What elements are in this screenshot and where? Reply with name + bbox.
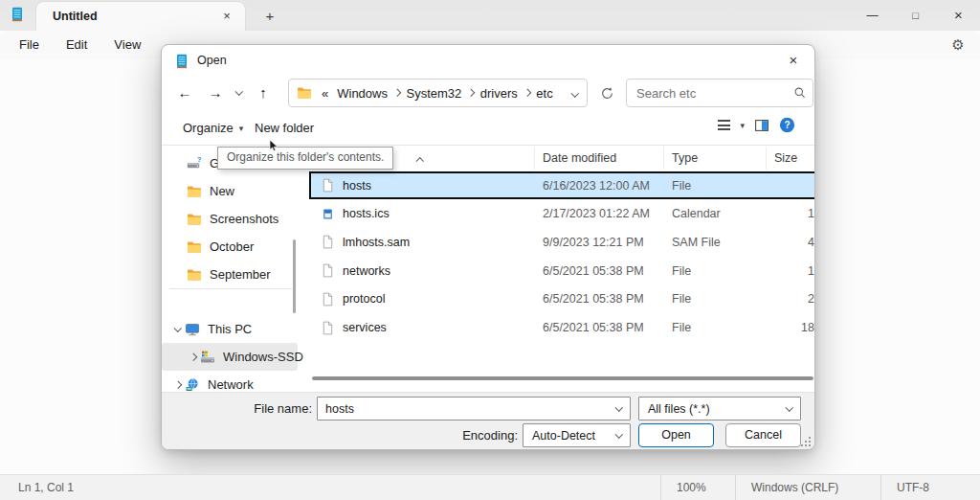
svg-text:?: ? — [197, 156, 201, 163]
dialog-footer: File name: All files (*.*) Encoding: Aut… — [162, 392, 815, 450]
menu-item-file[interactable]: File — [6, 31, 53, 59]
file-name-text: hosts.ics — [343, 207, 390, 220]
file-name-cell: hosts — [309, 178, 535, 193]
file-row-hosts-ics[interactable]: hosts.ics2/17/2023 01:22 AMCalendar1 — [309, 200, 815, 228]
sidebar-item-screenshots[interactable]: Screenshots — [162, 205, 298, 233]
breadcrumb-chevron-icon[interactable] — [523, 89, 531, 97]
organize-button[interactable]: Organize▾ — [183, 118, 243, 139]
search-box — [626, 79, 813, 107]
type-cell: File — [664, 321, 767, 334]
sidebar-item-label: Network — [208, 377, 254, 392]
search-input[interactable] — [627, 86, 788, 101]
file-row-networks[interactable]: networks6/5/2021 05:38 PMFile1 — [309, 257, 815, 284]
breadcrumb-segment-etc[interactable]: etc — [531, 86, 557, 101]
folder-icon — [297, 85, 312, 101]
date-modified-cell: 9/9/2023 12:21 PM — [535, 236, 664, 249]
file-row-services[interactable]: services6/5/2021 05:38 PMFile18 — [309, 314, 815, 342]
chevron-right-icon[interactable] — [171, 382, 185, 388]
file-name-cell: lmhosts.sam — [309, 235, 535, 249]
sidebar-item-september[interactable]: September — [162, 261, 298, 288]
menu-item-edit[interactable]: Edit — [53, 31, 100, 59]
menu-item-view[interactable]: View — [100, 31, 154, 59]
status-zoom: 100% — [660, 475, 735, 500]
view-mode-icon[interactable] — [718, 120, 730, 130]
open-button[interactable]: Open — [638, 423, 714, 447]
new-folder-button[interactable]: New folder — [255, 118, 314, 139]
dialog-toolbar: Organize▾ New folder ▾ ? — [162, 112, 815, 145]
sidebar-item-this-pc[interactable]: This PC — [162, 315, 298, 343]
settings-gear-icon[interactable]: ⚙ — [944, 31, 972, 59]
sidebar-item-label: Screenshots — [210, 212, 278, 226]
preview-pane-icon[interactable] — [754, 118, 769, 133]
file-icon — [321, 235, 335, 249]
file-name-chevron-icon[interactable] — [609, 406, 630, 412]
mouse-cursor-icon — [269, 140, 280, 153]
toolbar-separator — [162, 145, 815, 146]
view-mode-dropdown-icon[interactable]: ▾ — [740, 121, 745, 130]
back-button[interactable]: ← — [171, 80, 198, 106]
column-header-date-modified[interactable]: Date modified — [535, 147, 664, 170]
new-tab-button[interactable]: + — [260, 7, 279, 26]
sidebar-item-october[interactable]: October — [162, 233, 298, 261]
up-button[interactable]: ↑ — [250, 80, 277, 106]
address-dropdown-chevron-icon[interactable] — [572, 86, 578, 101]
folder-icon — [187, 212, 202, 227]
open-dialog: Open × ← → ↑ « WindowsSystem32driversetc… — [161, 44, 815, 450]
maximize-button[interactable]: □ — [894, 0, 937, 31]
cancel-button[interactable]: Cancel — [725, 423, 801, 447]
breadcrumb-chevron-icon[interactable] — [467, 89, 475, 97]
type-cell: File — [664, 292, 767, 306]
breadcrumb-segment-system32[interactable]: System32 — [401, 86, 466, 101]
file-icon — [321, 263, 335, 278]
navigation-pane: ?G:\NewScreenshotsOctoberSeptemberThis P… — [162, 147, 305, 392]
monitor-icon — [185, 322, 200, 337]
sidebar-item-new[interactable]: New — [162, 177, 298, 205]
breadcrumb-overflow[interactable]: « — [318, 86, 332, 101]
search-icon — [793, 86, 807, 100]
sidebar-item-label: This PC — [208, 322, 252, 336]
statusbar: Ln 1, Col 1 100%Windows (CRLF)UTF-8 — [0, 474, 980, 500]
close-button[interactable]: × — [937, 0, 980, 31]
folder-icon — [187, 239, 202, 255]
tab-close-icon[interactable]: × — [218, 8, 235, 25]
date-modified-cell: 6/5/2021 05:38 PM — [535, 321, 664, 334]
status-line-ending: Windows (CRLF) — [735, 475, 880, 500]
column-header-type[interactable]: Type — [664, 147, 767, 170]
minimize-button[interactable]: — — [851, 0, 894, 31]
tab-untitled[interactable]: Untitled × — [36, 2, 245, 31]
refresh-icon[interactable] — [594, 80, 619, 105]
file-row-lmhosts-sam[interactable]: lmhosts.sam9/9/2023 12:21 PMSAM File4 — [309, 228, 815, 256]
recent-locations-chevron-icon[interactable] — [231, 80, 248, 106]
chevron-right-icon[interactable] — [187, 354, 200, 360]
breadcrumb-segment-drivers[interactable]: drivers — [476, 86, 523, 101]
help-icon[interactable]: ? — [779, 117, 795, 133]
file-type-dropdown[interactable]: All files (*.*) — [638, 397, 801, 420]
dialog-title: Open — [197, 45, 227, 76]
encoding-label: Encoding: — [430, 423, 518, 447]
file-type-chevron-icon — [779, 406, 800, 412]
column-header-size[interactable]: Size — [767, 147, 815, 170]
type-cell: Calendar — [664, 207, 767, 220]
sidebar-scrollbar[interactable] — [293, 239, 296, 313]
date-modified-cell: 6/5/2021 05:38 PM — [535, 292, 664, 306]
file-name-text: hosts — [343, 179, 371, 193]
svg-text:?: ? — [784, 120, 790, 130]
windows-drive-icon — [200, 350, 215, 365]
resize-grip[interactable] — [809, 437, 811, 439]
organize-dropdown-icon: ▾ — [239, 124, 244, 133]
file-name-input[interactable] — [318, 402, 609, 416]
file-icon — [321, 292, 335, 307]
file-row-hosts[interactable]: hosts6/16/2023 12:00 AMFile — [309, 171, 815, 199]
encoding-dropdown[interactable]: Auto-Detect — [523, 423, 631, 447]
type-cell: File — [664, 179, 767, 193]
sidebar-item-windows-ssd[interactable]: Windows-SSD — [162, 343, 298, 371]
file-row-protocol[interactable]: protocol6/5/2021 05:38 PMFile2 — [309, 285, 815, 313]
breadcrumb-chevron-icon[interactable] — [393, 89, 401, 97]
date-modified-cell: 6/5/2021 05:38 PM — [535, 264, 664, 278]
chevron-down-icon[interactable] — [171, 327, 185, 332]
breadcrumb-segment-windows[interactable]: Windows — [332, 86, 392, 101]
forward-button[interactable]: → — [202, 80, 229, 106]
horizontal-scrollbar[interactable] — [312, 376, 813, 380]
address-bar[interactable]: « WindowsSystem32driversetc — [288, 79, 588, 107]
dialog-close-icon[interactable]: × — [782, 50, 805, 71]
